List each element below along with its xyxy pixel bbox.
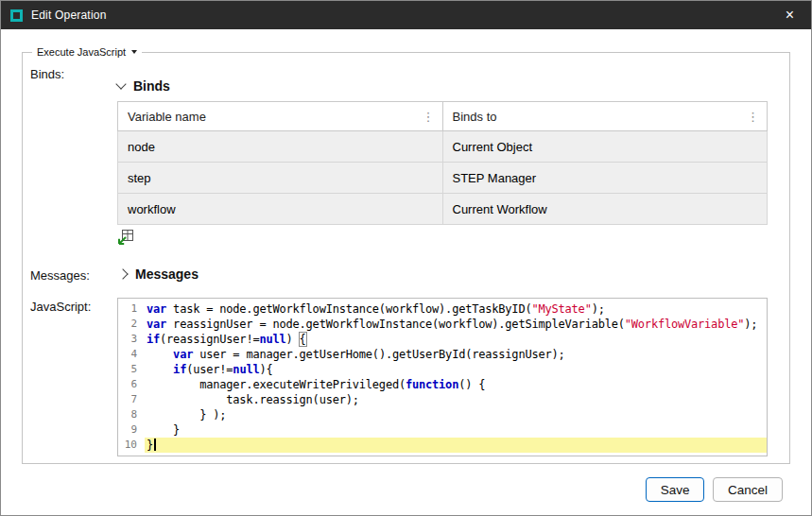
bind-target-cell[interactable]: Current Object xyxy=(442,131,768,163)
save-button[interactable]: Save xyxy=(646,477,704,502)
code-text: task.reassign(user); xyxy=(145,392,767,407)
line-number: 1 xyxy=(118,301,145,317)
code-text: var user = manager.getUserHome().getUser… xyxy=(145,347,767,362)
caret-down-icon xyxy=(131,50,137,54)
dialog-buttons: Save Cancel xyxy=(646,477,783,502)
bind-target-cell[interactable]: Current Workflow xyxy=(442,194,768,225)
binds-section-toggle[interactable]: Binds xyxy=(117,78,768,94)
bind-variable-cell[interactable]: workflow xyxy=(118,194,443,225)
code-text: } xyxy=(145,438,767,453)
code-text: var task = node.getWorkflowInstance(work… xyxy=(145,301,767,317)
column-header-label: Variable name xyxy=(128,110,206,124)
app-icon xyxy=(10,9,23,22)
code-text: } xyxy=(145,422,767,438)
messages-section-toggle[interactable]: Messages xyxy=(117,267,199,282)
code-line[interactable]: 3if(reassignUser!=null) { xyxy=(118,332,767,347)
code-line[interactable]: 6 manager.executeWritePrivileged(functio… xyxy=(118,377,767,392)
binds-table: Variable name ⋮ Binds to ⋮ xyxy=(117,101,768,225)
line-number: 8 xyxy=(118,407,145,422)
column-header-variable-name[interactable]: Variable name ⋮ xyxy=(118,102,443,131)
line-number: 10 xyxy=(118,438,145,453)
code-line[interactable]: 9 } xyxy=(118,422,767,438)
chevron-down-icon xyxy=(115,78,126,89)
line-number: 7 xyxy=(118,392,145,407)
javascript-row: JavaScript: 1var task = node.getWorkflow… xyxy=(30,298,782,456)
bind-variable-cell[interactable]: node xyxy=(118,131,443,163)
line-number: 2 xyxy=(118,317,145,332)
line-number: 3 xyxy=(118,332,145,347)
edit-operation-dialog: Edit Operation × Execute JavaScript Bind… xyxy=(0,0,812,516)
column-header-label: Binds to xyxy=(453,110,497,124)
code-line[interactable]: 4 var user = manager.getUserHome().getUs… xyxy=(118,347,767,362)
code-text: manager.executeWritePrivileged(function(… xyxy=(145,377,767,392)
javascript-editor[interactable]: 1var task = node.getWorkflowInstance(wor… xyxy=(117,298,768,456)
bind-target-cell[interactable]: STEP Manager xyxy=(442,163,768,194)
cancel-button[interactable]: Cancel xyxy=(713,477,783,502)
bind-row[interactable]: workflowCurrent Workflow xyxy=(118,194,768,225)
messages-row: Messages: Messages xyxy=(30,267,782,283)
dialog-content: Execute JavaScript Binds: Binds xyxy=(1,29,811,516)
code-line[interactable]: 5 if(user!=null){ xyxy=(118,362,767,377)
binds-section-title: Binds xyxy=(133,78,170,94)
messages-content: Messages xyxy=(117,267,199,282)
column-header-binds-to[interactable]: Binds to ⋮ xyxy=(442,102,768,131)
column-menu-icon[interactable]: ⋮ xyxy=(745,110,761,124)
line-number: 5 xyxy=(118,362,145,377)
bind-row[interactable]: stepSTEP Manager xyxy=(118,163,768,194)
code-line[interactable]: 8 } ); xyxy=(118,407,767,422)
code-text: if(reassignUser!=null) { xyxy=(145,332,767,347)
binds-content: Binds Variable name ⋮ xyxy=(117,65,768,249)
code-text: if(user!=null){ xyxy=(145,362,767,377)
code-line[interactable]: 10} xyxy=(118,438,767,453)
line-number: 6 xyxy=(118,377,145,392)
bind-variable-cell[interactable]: step xyxy=(118,163,443,194)
column-menu-icon[interactable]: ⋮ xyxy=(421,110,437,124)
operation-type-dropdown[interactable]: Execute JavaScript xyxy=(32,46,142,58)
line-number: 9 xyxy=(118,422,145,438)
code-line[interactable]: 2var reassignUser = node.getWorkflowInst… xyxy=(118,317,767,332)
messages-section-title: Messages xyxy=(135,267,199,282)
code-text: var reassignUser = node.getWorkflowInsta… xyxy=(145,317,767,332)
add-bind-icon[interactable] xyxy=(117,229,134,246)
binds-row: Binds: Binds Variable name ⋮ xyxy=(30,65,782,249)
chevron-right-icon xyxy=(117,268,128,279)
javascript-label: JavaScript: xyxy=(30,298,117,314)
bind-row[interactable]: nodeCurrent Object xyxy=(118,131,768,163)
close-button[interactable]: × xyxy=(769,1,811,29)
code-text: } ); xyxy=(145,407,767,422)
operation-group: Execute JavaScript Binds: Binds xyxy=(22,46,790,464)
binds-label: Binds: xyxy=(30,65,117,81)
messages-label: Messages: xyxy=(30,267,117,283)
window-title: Edit Operation xyxy=(31,9,107,22)
text-cursor xyxy=(154,439,156,451)
line-number: 4 xyxy=(118,347,145,362)
titlebar[interactable]: Edit Operation × xyxy=(1,1,811,29)
operation-type-label: Execute JavaScript xyxy=(37,46,126,58)
code-line[interactable]: 7 task.reassign(user); xyxy=(118,392,767,407)
code-line[interactable]: 1var task = node.getWorkflowInstance(wor… xyxy=(118,301,767,317)
